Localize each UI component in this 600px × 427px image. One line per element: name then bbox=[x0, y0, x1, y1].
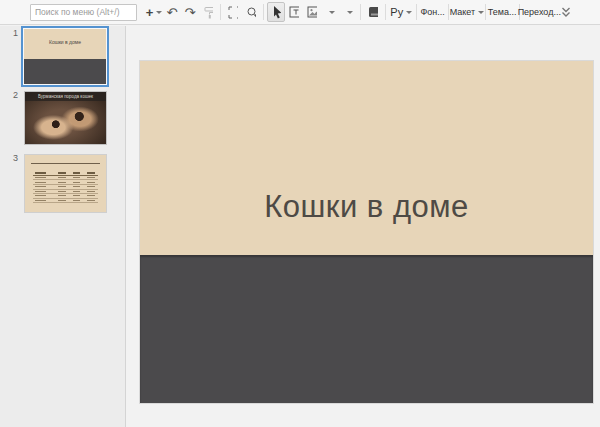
zoom-fit-icon bbox=[228, 6, 238, 19]
double-chevron-down-icon bbox=[560, 6, 570, 18]
slide-thumbnail-2[interactable]: Бурманская порода кошек bbox=[25, 92, 106, 144]
background-button[interactable]: Фон... bbox=[420, 2, 445, 22]
slide-canvas: Кошки в доме bbox=[127, 26, 600, 427]
undo-button[interactable]: ↶ bbox=[163, 2, 181, 22]
thumbnail-photo-caption: Бурманская порода кошек bbox=[25, 92, 106, 101]
theme-label: Тема... bbox=[488, 7, 517, 17]
comment-icon bbox=[368, 6, 378, 18]
current-slide[interactable]: Кошки в доме bbox=[140, 61, 593, 403]
chevron-down-icon bbox=[478, 11, 484, 14]
slide-thumbnail-1[interactable]: Кошки в доме bbox=[21, 26, 109, 87]
thumb3-table bbox=[33, 171, 98, 204]
slide-number: 3 bbox=[6, 153, 18, 163]
zoom-icon bbox=[246, 6, 256, 19]
thumbnail-table-title-line bbox=[31, 163, 99, 164]
chevron-down-icon bbox=[406, 11, 412, 14]
transition-button[interactable]: Переход... bbox=[523, 2, 556, 22]
input-tools-label: Ру bbox=[390, 6, 403, 18]
insert-line-button[interactable] bbox=[339, 2, 357, 22]
undo-icon: ↶ bbox=[167, 6, 178, 19]
layout-button[interactable]: Макет bbox=[452, 2, 482, 22]
slide-footer-band bbox=[140, 255, 593, 403]
toolbar-separator bbox=[360, 4, 361, 20]
collapse-toolbar-button[interactable] bbox=[556, 2, 574, 22]
toolbar-separator bbox=[263, 4, 264, 20]
paint-format-icon bbox=[203, 6, 213, 19]
thumbnail-content: Кошки в доме bbox=[24, 29, 106, 84]
chevron-down-icon bbox=[347, 11, 353, 14]
shape-icon bbox=[325, 6, 326, 18]
background-label: Фон... bbox=[420, 7, 444, 17]
theme-button[interactable]: Тема... bbox=[489, 2, 516, 22]
toolbar-separator bbox=[416, 4, 417, 20]
redo-button[interactable]: ↷ bbox=[181, 2, 199, 22]
thumbnail-title-text: Кошки в доме bbox=[24, 39, 106, 45]
toolbar-separator bbox=[220, 4, 221, 20]
slide-thumbnail-3[interactable] bbox=[25, 155, 106, 212]
thumbnail-title-area: Кошки в доме bbox=[24, 29, 106, 59]
slide-filmstrip: 1 Кошки в доме 2 Бурманская порода кошек… bbox=[0, 26, 126, 427]
slide-number: 1 bbox=[6, 28, 18, 38]
menu-search-input[interactable] bbox=[30, 4, 137, 21]
transition-label: Переход... bbox=[518, 7, 561, 17]
image-icon bbox=[307, 6, 317, 18]
chevron-down-icon bbox=[329, 11, 335, 14]
insert-comment-button[interactable] bbox=[364, 2, 382, 22]
redo-icon: ↷ bbox=[185, 6, 196, 19]
text-box-button[interactable] bbox=[285, 2, 303, 22]
insert-image-button[interactable] bbox=[303, 2, 321, 22]
slide-number: 2 bbox=[6, 90, 18, 100]
new-slide-button[interactable]: + bbox=[145, 2, 163, 22]
zoom-button[interactable] bbox=[242, 2, 260, 22]
line-icon bbox=[343, 6, 344, 19]
paint-format-button[interactable] bbox=[199, 2, 217, 22]
cursor-arrow-icon bbox=[271, 5, 281, 19]
input-tools-button[interactable]: Ру bbox=[389, 2, 413, 22]
layout-label: Макет bbox=[450, 7, 475, 17]
plus-icon: + bbox=[146, 6, 154, 19]
slide-title-area: Кошки в доме bbox=[140, 61, 593, 255]
thumbnail-table-row bbox=[33, 199, 98, 204]
text-box-icon bbox=[289, 6, 299, 18]
select-tool-button[interactable] bbox=[267, 2, 285, 22]
insert-shape-button[interactable] bbox=[321, 2, 339, 22]
toolbar: + ↶ ↷ bbox=[0, 0, 600, 25]
thumbnail-footer-band bbox=[24, 59, 106, 84]
slide-title-text[interactable]: Кошки в доме bbox=[140, 189, 593, 225]
toolbar-separator bbox=[385, 4, 386, 20]
chevron-down-icon bbox=[156, 11, 162, 14]
toolbar-separator bbox=[485, 4, 486, 20]
zoom-fit-button[interactable] bbox=[224, 2, 242, 22]
